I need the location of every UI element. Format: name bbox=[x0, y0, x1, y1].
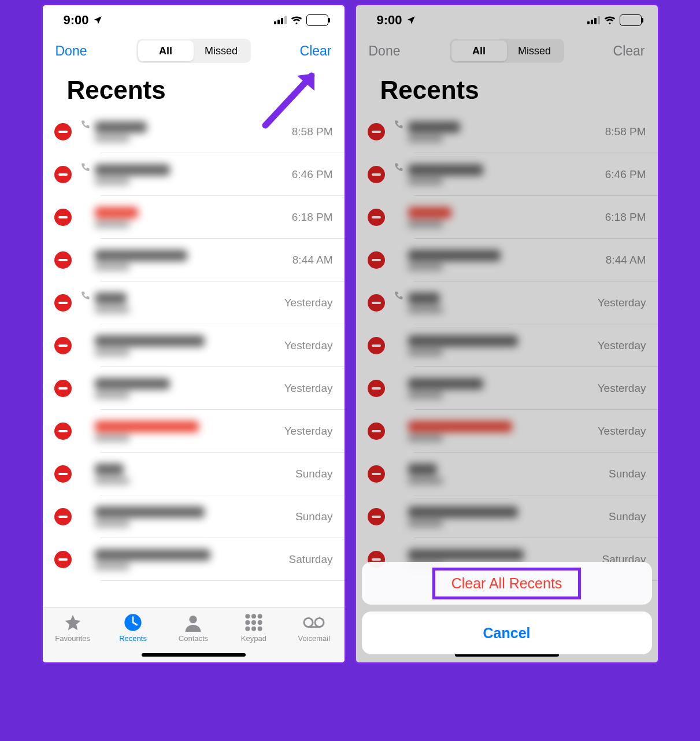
delete-row-button[interactable] bbox=[368, 166, 385, 183]
call-row[interactable]: 8:58 PM bbox=[356, 110, 658, 153]
delete-row-button[interactable] bbox=[368, 251, 385, 269]
location-arrow-icon bbox=[406, 15, 416, 25]
call-row[interactable]: Sunday bbox=[43, 453, 345, 495]
delete-row-button[interactable] bbox=[54, 465, 72, 483]
clock-text: 9:00 bbox=[377, 13, 402, 28]
delete-row-button[interactable] bbox=[54, 166, 72, 183]
delete-row-button[interactable] bbox=[368, 380, 385, 397]
delete-row-button[interactable] bbox=[368, 423, 385, 440]
outgoing-call-icon bbox=[393, 162, 405, 175]
svg-rect-14 bbox=[58, 558, 68, 561]
segment-all[interactable]: All bbox=[138, 40, 194, 61]
call-row[interactable]: Sunday bbox=[356, 495, 658, 538]
svg-rect-40 bbox=[372, 430, 381, 432]
contact-redacted bbox=[95, 464, 296, 484]
delete-row-button[interactable] bbox=[54, 251, 72, 269]
segmented-control[interactable]: All Missed bbox=[136, 39, 251, 63]
svg-rect-11 bbox=[58, 430, 68, 432]
call-time: Sunday bbox=[609, 468, 646, 480]
call-row[interactable]: 8:58 PM bbox=[43, 110, 345, 153]
battery-icon: 51 bbox=[620, 14, 642, 26]
tab-voicemail[interactable]: Voicemail bbox=[286, 613, 342, 643]
call-row[interactable]: Yesterday bbox=[356, 324, 658, 367]
call-row[interactable]: Sunday bbox=[43, 495, 345, 538]
contact-redacted bbox=[95, 549, 289, 570]
clear-button[interactable]: Clear bbox=[300, 43, 332, 59]
battery-icon: 51 bbox=[306, 14, 328, 26]
call-row[interactable]: Yesterday bbox=[43, 367, 345, 410]
wifi-icon bbox=[604, 13, 616, 28]
svg-point-23 bbox=[245, 627, 250, 631]
svg-rect-35 bbox=[372, 216, 381, 218]
call-time: Yesterday bbox=[598, 339, 646, 352]
call-row[interactable]: Sunday bbox=[356, 453, 658, 495]
cellular-icon bbox=[274, 13, 287, 28]
svg-rect-41 bbox=[372, 473, 381, 475]
svg-point-20 bbox=[245, 620, 250, 625]
call-row[interactable]: Yesterday bbox=[43, 324, 345, 367]
delete-row-button[interactable] bbox=[54, 294, 72, 312]
recents-list-left[interactable]: 8:58 PM6:46 PM6:18 PM8:44 AMYesterdayYes… bbox=[43, 110, 345, 607]
delete-row-button[interactable] bbox=[54, 380, 72, 397]
call-row[interactable]: 8:44 AM bbox=[356, 239, 658, 281]
svg-point-18 bbox=[251, 614, 256, 618]
segment-missed[interactable]: Missed bbox=[507, 40, 562, 61]
call-row[interactable]: 6:46 PM bbox=[356, 153, 658, 196]
svg-point-16 bbox=[190, 616, 197, 623]
delete-row-button[interactable] bbox=[368, 337, 385, 354]
call-row[interactable]: Saturday bbox=[43, 538, 345, 581]
contact-redacted bbox=[408, 506, 609, 527]
segment-missed[interactable]: Missed bbox=[194, 40, 249, 61]
call-row[interactable]: Yesterday bbox=[43, 281, 345, 324]
nav-bar: Done All Missed Clear bbox=[356, 35, 658, 66]
tab-recents[interactable]: Recents bbox=[105, 613, 161, 643]
outgoing-call-icon bbox=[393, 291, 405, 303]
svg-point-24 bbox=[251, 627, 256, 631]
cellular-icon bbox=[587, 13, 600, 28]
svg-rect-5 bbox=[58, 173, 68, 176]
contact-redacted bbox=[95, 250, 292, 271]
tab-keypad[interactable]: Keypad bbox=[226, 613, 282, 643]
call-row[interactable]: Yesterday bbox=[356, 281, 658, 324]
done-button[interactable]: Done bbox=[55, 43, 87, 59]
delete-row-button[interactable] bbox=[368, 294, 385, 312]
delete-row-button[interactable] bbox=[54, 551, 72, 568]
segmented-control[interactable]: All Missed bbox=[450, 39, 564, 63]
delete-row-button[interactable] bbox=[54, 337, 72, 354]
delete-row-button[interactable] bbox=[54, 423, 72, 440]
svg-rect-0 bbox=[274, 21, 276, 24]
svg-rect-43 bbox=[372, 558, 381, 561]
contact-redacted bbox=[408, 464, 609, 484]
action-sheet: Clear All Recents Cancel bbox=[362, 562, 652, 654]
delete-row-button[interactable] bbox=[368, 209, 385, 226]
call-row[interactable]: Yesterday bbox=[43, 410, 345, 453]
delete-row-button[interactable] bbox=[368, 465, 385, 483]
segment-all[interactable]: All bbox=[451, 40, 507, 61]
call-row[interactable]: 6:18 PM bbox=[356, 196, 658, 239]
call-time: Yesterday bbox=[598, 382, 646, 395]
tab-favourites[interactable]: Favourites bbox=[45, 613, 101, 643]
svg-rect-30 bbox=[591, 20, 593, 24]
svg-rect-1 bbox=[277, 20, 280, 24]
home-indicator[interactable] bbox=[142, 653, 246, 657]
call-row[interactable]: Yesterday bbox=[356, 367, 658, 410]
nav-bar: Done All Missed Clear bbox=[43, 35, 345, 66]
call-row[interactable]: 6:18 PM bbox=[43, 196, 345, 239]
call-time: 8:44 AM bbox=[606, 254, 646, 266]
delete-row-button[interactable] bbox=[54, 209, 72, 226]
location-arrow-icon bbox=[92, 15, 103, 25]
delete-row-button[interactable] bbox=[368, 508, 385, 525]
tab-contacts[interactable]: Contacts bbox=[165, 613, 221, 643]
clock-text: 9:00 bbox=[64, 13, 89, 28]
delete-row-button[interactable] bbox=[368, 123, 385, 140]
clear-button[interactable]: Clear bbox=[613, 43, 645, 59]
call-row[interactable]: 6:46 PM bbox=[43, 153, 345, 196]
cancel-button[interactable]: Cancel bbox=[362, 612, 652, 654]
svg-rect-13 bbox=[58, 516, 68, 518]
call-row[interactable]: 8:44 AM bbox=[43, 239, 345, 281]
delete-row-button[interactable] bbox=[54, 508, 72, 525]
done-button[interactable]: Done bbox=[369, 43, 401, 59]
delete-row-button[interactable] bbox=[54, 123, 72, 140]
call-row[interactable]: Yesterday bbox=[356, 410, 658, 453]
clear-all-recents-button[interactable]: Clear All Recents bbox=[362, 562, 652, 605]
